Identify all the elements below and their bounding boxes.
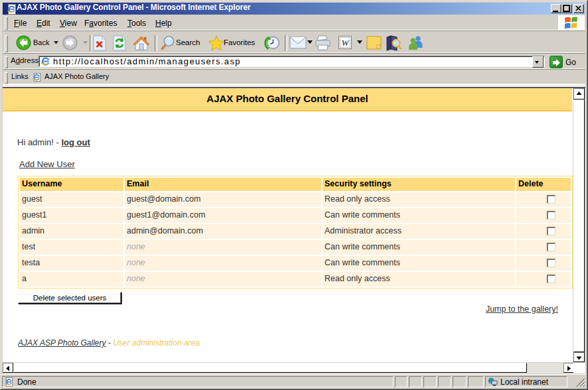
svg-text:W: W bbox=[341, 38, 350, 48]
